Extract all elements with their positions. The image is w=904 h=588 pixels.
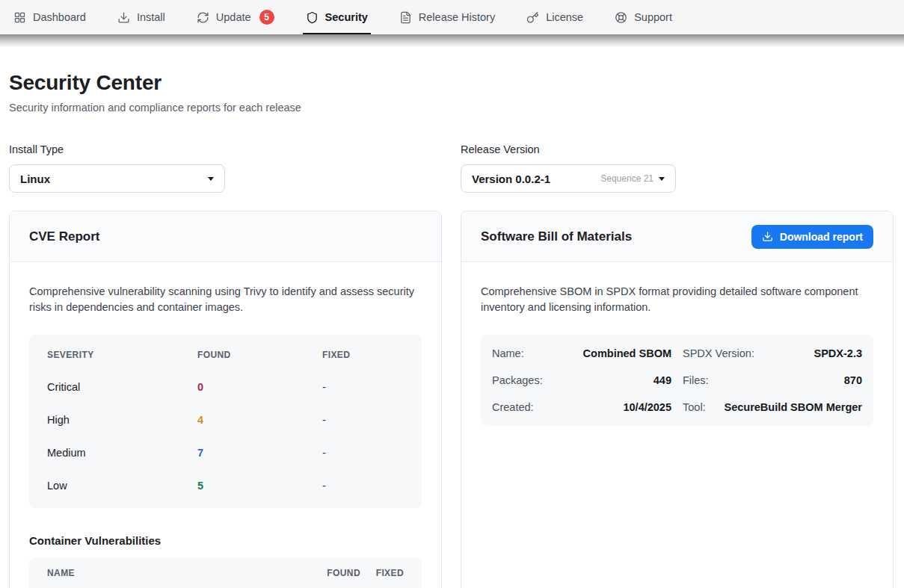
nav-label-install: Install [137, 11, 165, 23]
filters-row: Install Type Linux Release Version Versi… [9, 143, 894, 193]
nav-item-support[interactable]: Support [615, 0, 672, 34]
nav-item-license[interactable]: License [526, 0, 583, 34]
nav-item-install[interactable]: Install [117, 0, 165, 34]
release-version-value: Version 0.0.2-1 [472, 173, 550, 185]
chevron-down-icon [208, 177, 214, 181]
nav-item-update[interactable]: Update 5 [197, 0, 274, 34]
detail-value: 870 [844, 374, 862, 386]
table-row-medium: Medium 7 - [29, 436, 422, 469]
nav-label-support: Support [634, 11, 672, 23]
nav-item-release-history[interactable]: Release History [399, 0, 495, 34]
nav-label-security: Security [325, 11, 368, 23]
found-column-header: FOUND [197, 350, 322, 360]
install-type-value: Linux [20, 173, 50, 185]
container-vulnerabilities-title: Container Vulnerabilities [29, 534, 422, 547]
sbom-card: Software Bill of Materials Download repo… [461, 211, 894, 588]
page-subtitle: Security information and compliance repo… [9, 102, 894, 114]
sbom-title: Software Bill of Materials [481, 229, 632, 244]
sbom-detail-spdx-version: SPDX Version: SPDX-2.3 [683, 340, 862, 367]
found-count: 7 [197, 447, 322, 459]
detail-value: Combined SBOM [583, 347, 671, 359]
lifebuoy-icon [615, 11, 627, 24]
install-type-filter: Install Type Linux [9, 143, 442, 193]
fixed-column-header: FIXED [360, 568, 404, 578]
nav-label-license: License [546, 11, 583, 23]
download-report-label: Download report [780, 231, 863, 243]
download-icon [117, 11, 130, 24]
severity-table-header: SEVERITY FOUND FIXED [29, 339, 422, 371]
sbom-description: Comprehensive SBOM in SPDX format provid… [481, 284, 873, 315]
name-column-header: NAME [47, 568, 304, 578]
fixed-count: - [322, 480, 404, 492]
fixed-column-header: FIXED [322, 350, 404, 360]
severity-label: Critical [47, 381, 197, 393]
chevron-down-icon [659, 177, 665, 181]
detail-label: SPDX Version: [683, 347, 754, 359]
detail-value: 10/4/2025 [623, 401, 671, 413]
severity-table: SEVERITY FOUND FIXED Critical 0 - High 4… [29, 335, 422, 508]
found-count: 4 [197, 414, 322, 426]
detail-label: Tool: [683, 401, 706, 413]
severity-column-header: SEVERITY [47, 350, 197, 360]
severity-label: Medium [47, 447, 197, 459]
found-column-header: FOUND [304, 568, 360, 578]
dashboard-grid-icon [13, 11, 26, 24]
sbom-header: Software Bill of Materials Download repo… [461, 211, 893, 262]
nav-label-release-history: Release History [419, 11, 495, 23]
found-count: 0 [197, 381, 322, 393]
download-icon [762, 231, 773, 242]
nav-label-dashboard: Dashboard [33, 11, 86, 23]
nav-item-security[interactable]: Security [306, 0, 368, 34]
download-report-button[interactable]: Download report [751, 225, 873, 249]
sbom-detail-packages: Packages: 449 [492, 367, 671, 394]
fixed-count: - [322, 447, 404, 459]
install-type-label: Install Type [9, 143, 442, 155]
install-type-select[interactable]: Linux [9, 164, 225, 193]
refresh-icon [197, 11, 209, 24]
release-version-select[interactable]: Version 0.0.2-1 Sequence 21 [461, 164, 676, 193]
scroll-shadow-divider [0, 34, 904, 46]
severity-label: High [47, 414, 197, 426]
detail-label: Packages: [492, 374, 543, 386]
sbom-detail-files: Files: 870 [683, 367, 862, 394]
key-icon [526, 11, 539, 24]
release-version-label: Release Version [461, 143, 894, 155]
cve-report-title: CVE Report [29, 229, 99, 244]
nav-label-update: Update [216, 11, 251, 23]
severity-label: Low [47, 480, 197, 492]
table-row-low: Low 5 - [29, 469, 422, 502]
document-icon [399, 11, 412, 24]
table-row-high: High 4 - [29, 403, 422, 436]
detail-label: Files: [683, 374, 709, 386]
sbom-details-table: Name: Combined SBOM SPDX Version: SPDX-2… [481, 335, 873, 426]
cve-report-card: CVE Report Comprehensive vulnerability s… [9, 211, 442, 588]
detail-label: Created: [492, 401, 534, 413]
detail-value: SPDX-2.3 [814, 347, 862, 359]
sbom-detail-created: Created: 10/4/2025 [492, 394, 671, 421]
detail-label: Name: [492, 347, 524, 359]
found-count: 5 [197, 480, 322, 492]
fixed-count: - [322, 381, 404, 393]
sbom-detail-tool: Tool: SecureBuild SBOM Merger [683, 394, 862, 421]
update-count-badge: 5 [259, 10, 274, 25]
fixed-count: - [322, 414, 404, 426]
table-row-critical: Critical 0 - [29, 371, 422, 403]
cve-report-header: CVE Report [10, 211, 441, 262]
cve-report-description: Comprehensive vulnerability scanning usi… [29, 284, 422, 315]
nav-item-dashboard[interactable]: Dashboard [13, 0, 86, 34]
sbom-detail-name: Name: Combined SBOM [492, 340, 671, 367]
container-vulnerabilities-header: NAME FOUND FIXED [29, 558, 422, 588]
release-version-filter: Release Version Version 0.0.2-1 Sequence… [461, 143, 894, 193]
sequence-hint: Sequence 21 [600, 173, 654, 184]
detail-value: 449 [654, 374, 671, 386]
page-title: Security Center [9, 71, 894, 95]
shield-icon [306, 11, 319, 24]
top-navigation: Dashboard Install Update 5 Security Rele… [0, 0, 904, 34]
detail-value: SecureBuild SBOM Merger [724, 401, 862, 413]
